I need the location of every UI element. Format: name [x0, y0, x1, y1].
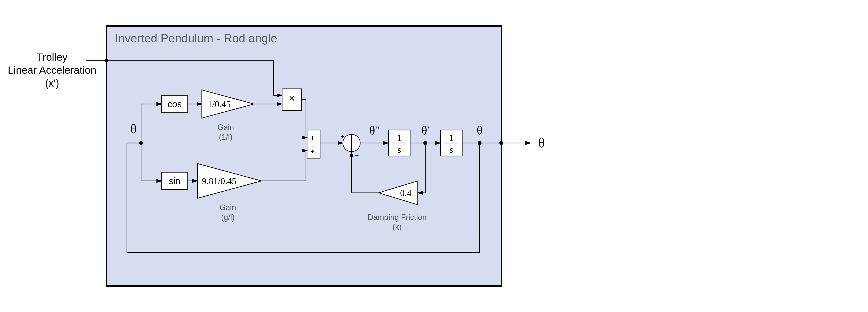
damping-label2: (k) [393, 222, 402, 232]
theta-in-label: θ [130, 122, 137, 136]
input-label-2: Linear Acceleration [8, 64, 96, 76]
gain2-value: 9.81/0.45 [202, 176, 237, 186]
damping-label1: Damping Friction [368, 213, 427, 222]
gain2-label1: Gain [220, 203, 236, 212]
integrator1-num: 1 [397, 132, 402, 143]
integrator1-den: s [397, 144, 401, 155]
damping-value: 0.4 [400, 188, 412, 198]
gain1-value: 1/0.45 [208, 99, 231, 109]
gain2-label2: (g/l) [221, 213, 235, 222]
sum2-sign1: + [341, 133, 345, 140]
subsystem-title: Inverted Pendulum - Rod angle [115, 32, 277, 45]
theta-d-label: θ' [422, 124, 429, 137]
sum2-sign2: − [355, 152, 359, 159]
theta-out-label: θ [477, 124, 483, 137]
output-label: θ [538, 135, 545, 150]
gain1-label2: (1/l) [219, 133, 232, 141]
integrator2-num: 1 [449, 132, 454, 143]
sum1-sign2: + [310, 147, 315, 155]
cos-block-label: cos [167, 99, 182, 109]
input-label-3: (x') [45, 77, 59, 89]
multiply-symbol: × [289, 93, 295, 104]
integrator2-den: s [450, 144, 453, 155]
output-port-dot [499, 141, 503, 145]
gain1-label1: Gain [217, 123, 234, 132]
input-label: Trolley Linear Acceleration (x') [8, 51, 96, 89]
theta-dd-label: θ'' [369, 124, 379, 137]
sum1-sign1: + [310, 134, 315, 142]
input-label-1: Trolley [37, 51, 67, 63]
sin-block-label: sin [169, 176, 181, 186]
